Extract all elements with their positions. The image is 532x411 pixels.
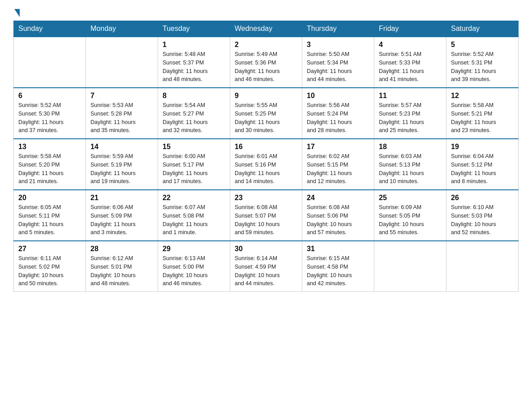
day-info: Sunrise: 5:49 AMSunset: 5:36 PMDaylight:… [235,50,297,84]
day-number: 1 [163,41,225,49]
day-number: 11 [379,92,442,100]
day-cell-30: 30Sunrise: 6:14 AMSunset: 4:59 PMDayligh… [230,241,302,292]
day-info: Sunrise: 5:59 AMSunset: 5:19 PMDaylight:… [90,152,153,186]
day-info: Sunrise: 5:48 AMSunset: 5:37 PMDaylight:… [163,50,225,84]
day-number: 28 [90,245,153,253]
weekday-header-tuesday: Tuesday [158,21,230,37]
day-cell-5: 5Sunrise: 5:52 AMSunset: 5:31 PMDaylight… [446,37,519,88]
week-row-1: 1Sunrise: 5:48 AMSunset: 5:37 PMDaylight… [14,37,519,88]
day-info: Sunrise: 6:15 AMSunset: 4:58 PMDaylight:… [307,254,369,288]
logo-arrow-icon [14,9,20,17]
day-number: 12 [451,92,514,100]
day-number: 19 [451,143,514,151]
day-info: Sunrise: 6:12 AMSunset: 5:01 PMDaylight:… [90,254,153,288]
day-number: 20 [18,194,81,202]
day-info: Sunrise: 5:52 AMSunset: 5:31 PMDaylight:… [451,50,514,84]
empty-cell [374,241,446,292]
day-cell-3: 3Sunrise: 5:50 AMSunset: 5:34 PMDaylight… [302,37,374,88]
day-cell-14: 14Sunrise: 5:59 AMSunset: 5:19 PMDayligh… [86,139,158,190]
page-header [13,9,519,16]
day-info: Sunrise: 6:04 AMSunset: 5:12 PMDaylight:… [451,152,514,186]
day-info: Sunrise: 5:57 AMSunset: 5:23 PMDaylight:… [379,101,442,135]
day-info: Sunrise: 6:01 AMSunset: 5:16 PMDaylight:… [235,152,297,186]
weekday-header-wednesday: Wednesday [230,21,302,37]
day-number: 3 [307,41,369,49]
empty-cell [86,37,158,88]
day-info: Sunrise: 5:58 AMSunset: 5:20 PMDaylight:… [18,152,81,186]
week-row-5: 27Sunrise: 6:11 AMSunset: 5:02 PMDayligh… [14,241,519,292]
day-number: 5 [451,41,514,49]
day-cell-26: 26Sunrise: 6:10 AMSunset: 5:03 PMDayligh… [446,190,519,241]
week-row-3: 13Sunrise: 5:58 AMSunset: 5:20 PMDayligh… [14,139,519,190]
day-number: 2 [235,41,297,49]
week-row-2: 6Sunrise: 5:52 AMSunset: 5:30 PMDaylight… [14,88,519,139]
day-info: Sunrise: 6:11 AMSunset: 5:02 PMDaylight:… [18,254,81,288]
day-cell-18: 18Sunrise: 6:03 AMSunset: 5:13 PMDayligh… [374,139,446,190]
day-number: 4 [379,41,442,49]
day-number: 21 [90,194,153,202]
day-info: Sunrise: 5:51 AMSunset: 5:33 PMDaylight:… [379,50,442,84]
weekday-header-monday: Monday [86,21,158,37]
day-cell-12: 12Sunrise: 5:58 AMSunset: 5:21 PMDayligh… [446,88,519,139]
day-number: 23 [235,194,297,202]
empty-cell [446,241,519,292]
day-cell-1: 1Sunrise: 5:48 AMSunset: 5:37 PMDaylight… [158,37,230,88]
day-number: 31 [307,245,369,253]
day-number: 16 [235,143,297,151]
day-number: 8 [163,92,225,100]
weekday-header-thursday: Thursday [302,21,374,37]
weekday-header-saturday: Saturday [446,21,519,37]
day-info: Sunrise: 6:02 AMSunset: 5:15 PMDaylight:… [307,152,369,186]
day-number: 6 [18,92,81,100]
day-number: 18 [379,143,442,151]
day-cell-15: 15Sunrise: 6:00 AMSunset: 5:17 PMDayligh… [158,139,230,190]
day-number: 22 [163,194,225,202]
day-cell-25: 25Sunrise: 6:09 AMSunset: 5:05 PMDayligh… [374,190,446,241]
day-number: 25 [379,194,442,202]
day-info: Sunrise: 5:54 AMSunset: 5:27 PMDaylight:… [163,101,225,135]
day-info: Sunrise: 5:55 AMSunset: 5:25 PMDaylight:… [235,101,297,135]
day-cell-29: 29Sunrise: 6:13 AMSunset: 5:00 PMDayligh… [158,241,230,292]
weekday-header-sunday: Sunday [14,21,86,37]
day-cell-21: 21Sunrise: 6:06 AMSunset: 5:09 PMDayligh… [86,190,158,241]
day-cell-27: 27Sunrise: 6:11 AMSunset: 5:02 PMDayligh… [14,241,86,292]
day-info: Sunrise: 6:10 AMSunset: 5:03 PMDaylight:… [451,203,514,237]
day-cell-19: 19Sunrise: 6:04 AMSunset: 5:12 PMDayligh… [446,139,519,190]
day-number: 9 [235,92,297,100]
day-cell-8: 8Sunrise: 5:54 AMSunset: 5:27 PMDaylight… [158,88,230,139]
day-number: 29 [163,245,225,253]
weekday-header-row: SundayMondayTuesdayWednesdayThursdayFrid… [14,21,519,37]
day-info: Sunrise: 6:00 AMSunset: 5:17 PMDaylight:… [163,152,225,186]
day-info: Sunrise: 5:58 AMSunset: 5:21 PMDaylight:… [451,101,514,135]
day-info: Sunrise: 6:13 AMSunset: 5:00 PMDaylight:… [163,254,225,288]
day-cell-4: 4Sunrise: 5:51 AMSunset: 5:33 PMDaylight… [374,37,446,88]
day-number: 24 [307,194,369,202]
day-info: Sunrise: 6:06 AMSunset: 5:09 PMDaylight:… [90,203,153,237]
day-number: 15 [163,143,225,151]
day-cell-6: 6Sunrise: 5:52 AMSunset: 5:30 PMDaylight… [14,88,86,139]
day-cell-31: 31Sunrise: 6:15 AMSunset: 4:58 PMDayligh… [302,241,374,292]
logo [13,9,21,16]
day-cell-22: 22Sunrise: 6:07 AMSunset: 5:08 PMDayligh… [158,190,230,241]
day-number: 7 [90,92,153,100]
day-info: Sunrise: 6:08 AMSunset: 5:06 PMDaylight:… [307,203,369,237]
day-cell-24: 24Sunrise: 6:08 AMSunset: 5:06 PMDayligh… [302,190,374,241]
day-info: Sunrise: 5:53 AMSunset: 5:28 PMDaylight:… [90,101,153,135]
day-info: Sunrise: 6:07 AMSunset: 5:08 PMDaylight:… [163,203,225,237]
day-cell-11: 11Sunrise: 5:57 AMSunset: 5:23 PMDayligh… [374,88,446,139]
day-info: Sunrise: 6:03 AMSunset: 5:13 PMDaylight:… [379,152,442,186]
day-cell-20: 20Sunrise: 6:05 AMSunset: 5:11 PMDayligh… [14,190,86,241]
day-cell-2: 2Sunrise: 5:49 AMSunset: 5:36 PMDaylight… [230,37,302,88]
day-cell-10: 10Sunrise: 5:56 AMSunset: 5:24 PMDayligh… [302,88,374,139]
day-cell-23: 23Sunrise: 6:08 AMSunset: 5:07 PMDayligh… [230,190,302,241]
day-number: 17 [307,143,369,151]
day-info: Sunrise: 6:09 AMSunset: 5:05 PMDaylight:… [379,203,442,237]
day-info: Sunrise: 6:14 AMSunset: 4:59 PMDaylight:… [235,254,297,288]
day-info: Sunrise: 5:56 AMSunset: 5:24 PMDaylight:… [307,101,369,135]
day-number: 26 [451,194,514,202]
empty-cell [14,37,86,88]
day-info: Sunrise: 6:05 AMSunset: 5:11 PMDaylight:… [18,203,81,237]
day-info: Sunrise: 5:50 AMSunset: 5:34 PMDaylight:… [307,50,369,84]
week-row-4: 20Sunrise: 6:05 AMSunset: 5:11 PMDayligh… [14,190,519,241]
day-info: Sunrise: 6:08 AMSunset: 5:07 PMDaylight:… [235,203,297,237]
